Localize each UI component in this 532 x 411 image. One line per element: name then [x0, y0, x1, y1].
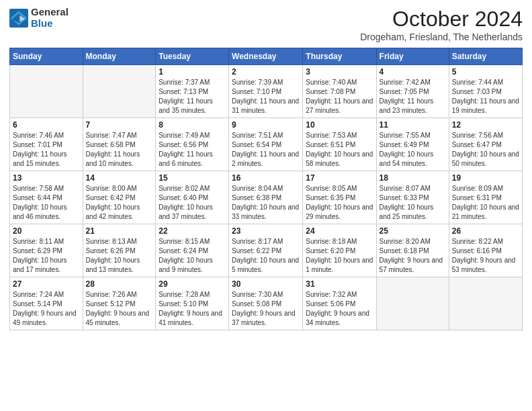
calendar-cell: 29Sunrise: 7:28 AMSunset: 5:10 PMDayligh… [156, 277, 229, 330]
day-info: Sunrise: 7:39 AMSunset: 7:10 PMDaylight:… [232, 78, 300, 116]
calendar-cell: 2Sunrise: 7:39 AMSunset: 7:10 PMDaylight… [229, 65, 303, 118]
day-number: 8 [159, 120, 226, 130]
calendar-header-row: SundayMondayTuesdayWednesdayThursdayFrid… [10, 48, 523, 65]
calendar-cell [376, 277, 449, 330]
day-info: Sunrise: 7:32 AMSunset: 5:06 PMDaylight:… [306, 290, 373, 328]
day-number: 12 [452, 120, 519, 130]
calendar-cell [83, 65, 156, 118]
calendar-cell: 26Sunrise: 8:22 AMSunset: 6:16 PMDayligh… [449, 224, 522, 277]
day-info: Sunrise: 8:07 AMSunset: 6:33 PMDaylight:… [380, 184, 446, 222]
calendar-table: SundayMondayTuesdayWednesdayThursdayFrid… [9, 48, 523, 330]
day-info: Sunrise: 8:18 AMSunset: 6:20 PMDaylight:… [306, 237, 373, 275]
day-info: Sunrise: 7:46 AMSunset: 7:01 PMDaylight:… [13, 131, 80, 169]
calendar-cell: 21Sunrise: 8:13 AMSunset: 6:26 PMDayligh… [83, 224, 156, 277]
month-title: October 2024 [360, 7, 523, 32]
day-info: Sunrise: 8:20 AMSunset: 6:18 PMDaylight:… [380, 237, 446, 275]
day-number: 19 [452, 173, 519, 183]
day-number: 16 [232, 173, 300, 183]
calendar-cell: 31Sunrise: 7:32 AMSunset: 5:06 PMDayligh… [303, 277, 376, 330]
calendar-cell: 7Sunrise: 7:47 AMSunset: 6:58 PMDaylight… [83, 118, 156, 171]
location-title: Drogeham, Friesland, The Netherlands [360, 32, 523, 42]
day-number: 3 [306, 67, 373, 77]
day-number: 27 [13, 279, 80, 289]
day-info: Sunrise: 8:17 AMSunset: 6:22 PMDaylight:… [232, 237, 300, 275]
weekday-header-sunday: Sunday [10, 48, 83, 65]
calendar-cell: 23Sunrise: 8:17 AMSunset: 6:22 PMDayligh… [229, 224, 303, 277]
day-number: 20 [13, 226, 80, 236]
calendar-cell: 5Sunrise: 7:44 AMSunset: 7:03 PMDaylight… [449, 65, 522, 118]
calendar-cell: 9Sunrise: 7:51 AMSunset: 6:54 PMDaylight… [229, 118, 303, 171]
calendar-cell: 30Sunrise: 7:30 AMSunset: 5:08 PMDayligh… [229, 277, 303, 330]
calendar-cell: 15Sunrise: 8:02 AMSunset: 6:40 PMDayligh… [156, 171, 229, 224]
calendar-week-row: 6Sunrise: 7:46 AMSunset: 7:01 PMDaylight… [10, 118, 523, 171]
day-info: Sunrise: 7:58 AMSunset: 6:44 PMDaylight:… [13, 184, 80, 222]
day-info: Sunrise: 7:44 AMSunset: 7:03 PMDaylight:… [452, 78, 519, 116]
day-number: 18 [380, 173, 446, 183]
day-number: 28 [86, 279, 153, 289]
calendar-cell: 24Sunrise: 8:18 AMSunset: 6:20 PMDayligh… [303, 224, 376, 277]
day-number: 10 [306, 120, 373, 130]
calendar-cell: 11Sunrise: 7:55 AMSunset: 6:49 PMDayligh… [376, 118, 449, 171]
day-number: 23 [232, 226, 300, 236]
day-info: Sunrise: 7:30 AMSunset: 5:08 PMDaylight:… [232, 290, 300, 328]
day-number: 21 [86, 226, 153, 236]
day-number: 25 [380, 226, 446, 236]
day-info: Sunrise: 8:02 AMSunset: 6:40 PMDaylight:… [159, 184, 226, 222]
calendar-cell: 27Sunrise: 7:24 AMSunset: 5:14 PMDayligh… [10, 277, 83, 330]
calendar-cell [10, 65, 83, 118]
calendar-cell: 14Sunrise: 8:00 AMSunset: 6:42 PMDayligh… [83, 171, 156, 224]
day-info: Sunrise: 8:05 AMSunset: 6:35 PMDaylight:… [306, 184, 373, 222]
day-info: Sunrise: 7:37 AMSunset: 7:13 PMDaylight:… [159, 78, 226, 116]
day-number: 5 [452, 67, 519, 77]
weekday-header-monday: Monday [83, 48, 156, 65]
calendar-cell: 20Sunrise: 8:11 AMSunset: 6:29 PMDayligh… [10, 224, 83, 277]
day-info: Sunrise: 8:04 AMSunset: 6:38 PMDaylight:… [232, 184, 300, 222]
calendar-cell: 4Sunrise: 7:42 AMSunset: 7:05 PMDaylight… [376, 65, 449, 118]
day-number: 9 [232, 120, 300, 130]
calendar-cell [449, 277, 522, 330]
calendar-cell: 18Sunrise: 8:07 AMSunset: 6:33 PMDayligh… [376, 171, 449, 224]
day-number: 17 [306, 173, 373, 183]
weekday-header-thursday: Thursday [303, 48, 376, 65]
calendar-cell: 3Sunrise: 7:40 AMSunset: 7:08 PMDaylight… [303, 65, 376, 118]
day-info: Sunrise: 8:09 AMSunset: 6:31 PMDaylight:… [452, 184, 519, 222]
logo-general: General [31, 7, 69, 18]
day-number: 4 [380, 67, 446, 77]
day-number: 6 [13, 120, 80, 130]
day-info: Sunrise: 7:53 AMSunset: 6:51 PMDaylight:… [306, 131, 373, 169]
weekday-header-tuesday: Tuesday [156, 48, 229, 65]
day-number: 15 [159, 173, 226, 183]
calendar-cell: 10Sunrise: 7:53 AMSunset: 6:51 PMDayligh… [303, 118, 376, 171]
day-number: 7 [86, 120, 153, 130]
calendar-week-row: 13Sunrise: 7:58 AMSunset: 6:44 PMDayligh… [10, 171, 523, 224]
calendar-week-row: 20Sunrise: 8:11 AMSunset: 6:29 PMDayligh… [10, 224, 523, 277]
weekday-header-friday: Friday [376, 48, 449, 65]
logo-text: General Blue [31, 7, 69, 29]
day-info: Sunrise: 7:24 AMSunset: 5:14 PMDaylight:… [13, 290, 80, 328]
calendar-cell: 6Sunrise: 7:46 AMSunset: 7:01 PMDaylight… [10, 118, 83, 171]
day-number: 14 [86, 173, 153, 183]
weekday-header-wednesday: Wednesday [229, 48, 303, 65]
day-number: 30 [232, 279, 300, 289]
calendar-cell: 8Sunrise: 7:49 AMSunset: 6:56 PMDaylight… [156, 118, 229, 171]
day-number: 11 [380, 120, 446, 130]
logo: General Blue [9, 7, 69, 29]
day-number: 26 [452, 226, 519, 236]
day-info: Sunrise: 8:13 AMSunset: 6:26 PMDaylight:… [86, 237, 153, 275]
calendar-cell: 28Sunrise: 7:26 AMSunset: 5:12 PMDayligh… [83, 277, 156, 330]
day-number: 31 [306, 279, 373, 289]
title-block: October 2024 Drogeham, Friesland, The Ne… [360, 7, 523, 42]
day-number: 1 [159, 67, 226, 77]
day-number: 13 [13, 173, 80, 183]
day-info: Sunrise: 7:47 AMSunset: 6:58 PMDaylight:… [86, 131, 153, 169]
calendar-cell: 12Sunrise: 7:56 AMSunset: 6:47 PMDayligh… [449, 118, 522, 171]
day-info: Sunrise: 7:49 AMSunset: 6:56 PMDaylight:… [159, 131, 226, 169]
header: General Blue October 2024 Drogeham, Frie… [9, 7, 523, 42]
calendar-week-row: 27Sunrise: 7:24 AMSunset: 5:14 PMDayligh… [10, 277, 523, 330]
calendar-cell: 16Sunrise: 8:04 AMSunset: 6:38 PMDayligh… [229, 171, 303, 224]
day-info: Sunrise: 7:56 AMSunset: 6:47 PMDaylight:… [452, 131, 519, 169]
day-info: Sunrise: 7:55 AMSunset: 6:49 PMDaylight:… [380, 131, 446, 169]
calendar-week-row: 1Sunrise: 7:37 AMSunset: 7:13 PMDaylight… [10, 65, 523, 118]
day-info: Sunrise: 8:11 AMSunset: 6:29 PMDaylight:… [13, 237, 80, 275]
day-number: 24 [306, 226, 373, 236]
